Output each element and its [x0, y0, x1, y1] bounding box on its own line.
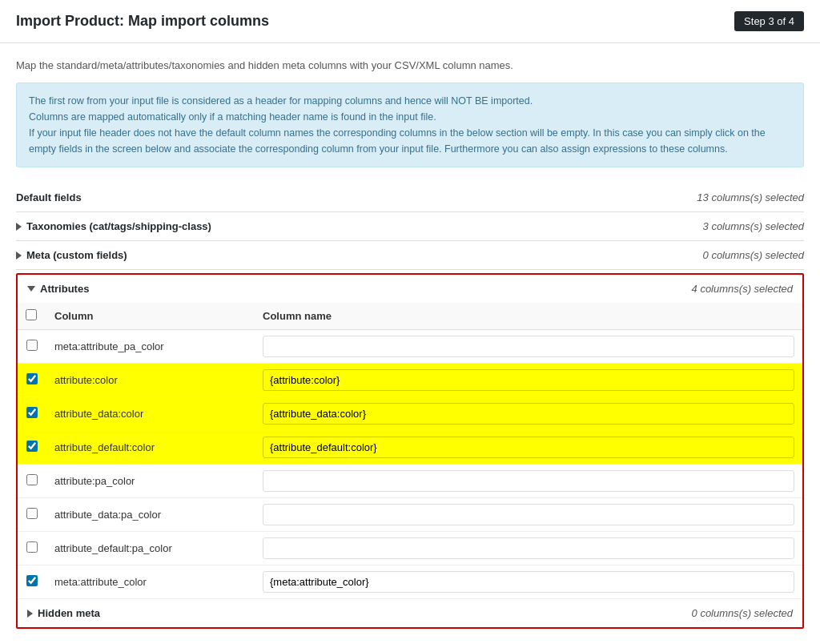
row-column-name: attribute_data:color: [46, 397, 255, 431]
description-text: Map the standard/meta/attributes/taxonom…: [16, 59, 804, 71]
row-column-input-cell: [255, 532, 802, 566]
section-meta[interactable]: Meta (custom fields) 0 columns(s) select…: [16, 241, 804, 270]
row-checkbox-cell: [18, 465, 46, 498]
info-line2: Columns are mapped automatically only if…: [29, 109, 791, 125]
table-header-column: Column: [46, 303, 255, 330]
row-column-name: meta:attribute_pa_color: [46, 330, 255, 364]
table-header-row: Column Column name: [18, 303, 802, 330]
row-column-name: attribute_default:pa_color: [46, 532, 255, 566]
table-row: attribute_default:pa_color: [18, 532, 802, 566]
row-checkbox-cell: [18, 566, 46, 599]
row-checkbox-cell: [18, 364, 46, 397]
row-column-input-cell: [255, 566, 802, 599]
row-checkbox[interactable]: [26, 508, 38, 519]
row-column-input[interactable]: [263, 369, 794, 391]
row-column-input-cell: [255, 330, 802, 364]
attributes-count: 4 columns(s) selected: [692, 283, 793, 295]
step-badge: Step 3 of 4: [734, 11, 804, 31]
row-checkbox[interactable]: [26, 340, 38, 351]
row-checkbox-cell: [18, 397, 46, 431]
info-box: The first row from your input file is co…: [16, 83, 804, 167]
row-column-input[interactable]: [263, 403, 794, 425]
section-default-fields-label[interactable]: Default fields: [16, 191, 82, 203]
section-taxonomies-label[interactable]: Taxonomies (cat/tags/shipping-class): [16, 220, 211, 232]
triangle-right-icon-meta: [16, 252, 22, 260]
row-column-input-cell: [255, 498, 802, 532]
row-column-input[interactable]: [263, 437, 794, 458]
row-column-input[interactable]: [263, 470, 794, 492]
info-line1: The first row from your input file is co…: [29, 93, 791, 109]
row-column-input[interactable]: [263, 336, 794, 357]
triangle-down-icon: [27, 286, 35, 292]
section-meta-count: 0 columns(s) selected: [703, 249, 804, 261]
row-column-input[interactable]: [263, 571, 794, 593]
section-default-fields-count: 13 columns(s) selected: [697, 191, 804, 203]
table-header-column-name: Column name: [255, 303, 802, 330]
row-checkbox-cell: [18, 330, 46, 364]
row-column-input[interactable]: [263, 504, 794, 525]
row-column-input-cell: [255, 397, 802, 431]
row-checkbox[interactable]: [26, 373, 38, 384]
table-row: attribute_default:color: [18, 431, 802, 465]
triangle-right-icon-hidden: [27, 610, 33, 618]
row-column-name: attribute:pa_color: [46, 465, 255, 498]
section-taxonomies[interactable]: Taxonomies (cat/tags/shipping-class) 3 c…: [16, 212, 804, 241]
section-default-fields[interactable]: Default fields 13 columns(s) selected: [16, 183, 804, 212]
table-row: meta:attribute_pa_color: [18, 330, 802, 364]
row-checkbox-cell: [18, 431, 46, 465]
hidden-meta-label[interactable]: Hidden meta: [27, 607, 100, 619]
info-line3: If your input file header does not have …: [29, 125, 791, 157]
row-column-name: attribute_default:color: [46, 431, 255, 465]
row-checkbox-cell: [18, 532, 46, 566]
row-checkbox[interactable]: [26, 541, 38, 553]
section-meta-label[interactable]: Meta (custom fields): [16, 249, 127, 261]
page-title: Import Product: Map import columns: [16, 13, 269, 30]
hidden-meta-count: 0 columns(s) selected: [692, 607, 793, 619]
row-checkbox[interactable]: [26, 407, 38, 418]
table-row: attribute_data:pa_color: [18, 498, 802, 532]
attributes-header-label[interactable]: Attributes: [27, 283, 89, 295]
table-row: attribute:color: [18, 364, 802, 397]
select-all-checkbox[interactable]: [26, 309, 37, 320]
row-column-input-cell: [255, 431, 802, 465]
triangle-right-icon: [16, 223, 22, 231]
table-row: attribute_data:color: [18, 397, 802, 431]
row-checkbox[interactable]: [26, 474, 38, 485]
row-column-input-cell: [255, 465, 802, 498]
hidden-meta-row[interactable]: Hidden meta 0 columns(s) selected: [18, 599, 802, 627]
row-column-input-cell: [255, 364, 802, 397]
table-row: attribute:pa_color: [18, 465, 802, 498]
attributes-section: Attributes 4 columns(s) selected Column …: [16, 273, 804, 629]
table-header-checkbox-col: [18, 303, 46, 330]
row-checkbox[interactable]: [26, 575, 38, 586]
table-row: meta:attribute_color: [18, 566, 802, 599]
row-checkbox[interactable]: [26, 441, 38, 452]
row-checkbox-cell: [18, 498, 46, 532]
row-column-name: attribute:color: [46, 364, 255, 397]
section-taxonomies-count: 3 columns(s) selected: [703, 220, 804, 232]
row-column-input[interactable]: [263, 537, 794, 559]
row-column-name: attribute_data:pa_color: [46, 498, 255, 532]
columns-table: Column Column name meta:attribute_pa_col…: [18, 303, 802, 599]
attributes-header[interactable]: Attributes 4 columns(s) selected: [18, 275, 802, 303]
row-column-name: meta:attribute_color: [46, 566, 255, 599]
